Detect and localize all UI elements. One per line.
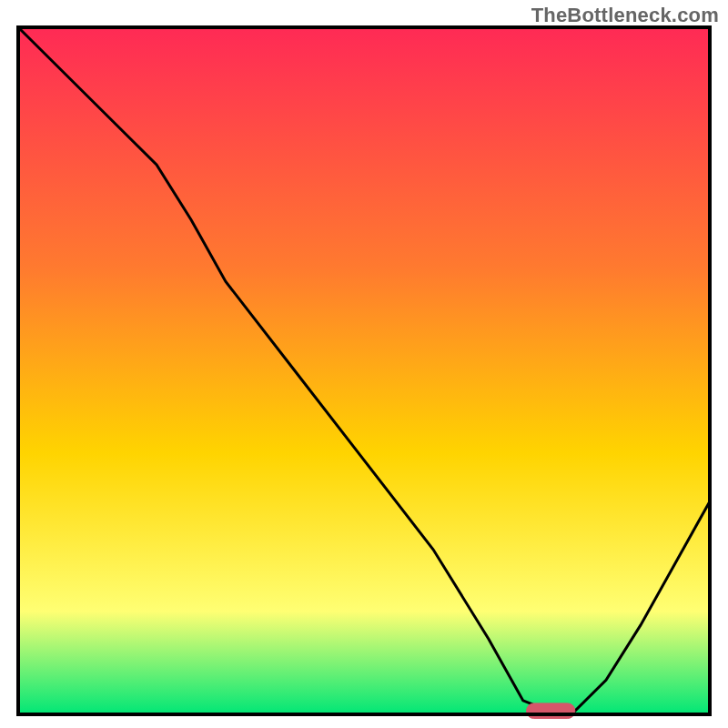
optimal-marker (527, 703, 575, 719)
bottleneck-chart: TheBottleneck.com (0, 0, 728, 728)
chart-svg (0, 0, 728, 728)
